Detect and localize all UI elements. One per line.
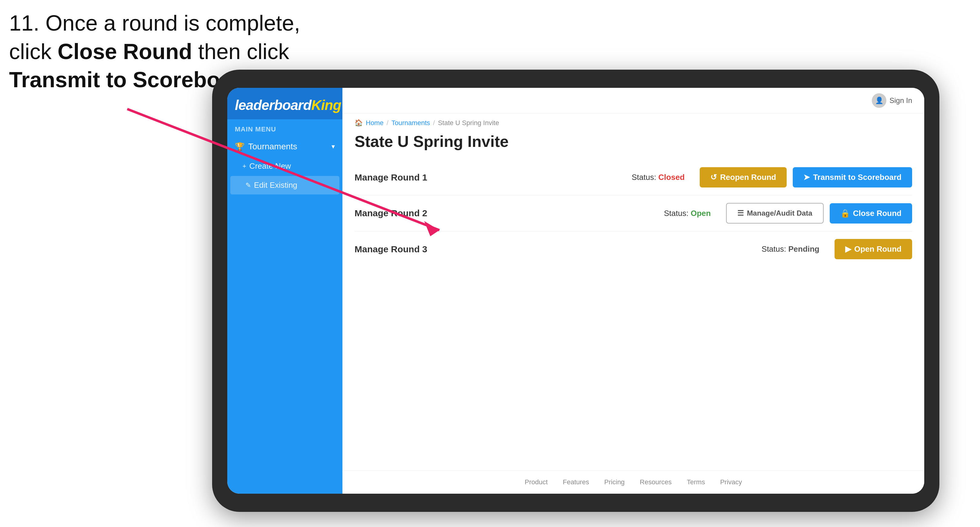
- rounds-area: Manage Round 1 Status: Closed ↺ Reopen R…: [342, 160, 924, 470]
- avatar: 👤: [872, 93, 886, 108]
- chevron-down-icon: ▾: [331, 143, 335, 151]
- round-3-status-value: Pending: [788, 244, 819, 254]
- close-round-button[interactable]: 🔒 Close Round: [830, 203, 912, 224]
- footer-product[interactable]: Product: [525, 478, 547, 486]
- sidebar-tournaments-label: Tournaments: [248, 142, 297, 151]
- logo-area: leaderboardKing: [227, 88, 342, 119]
- round-1-actions: Status: Closed ↺ Reopen Round ➤ Transmit…: [632, 167, 912, 187]
- round-2-status: Status: Open: [664, 209, 711, 218]
- transmit-label: Transmit to Scoreboard: [813, 173, 902, 182]
- edit-icon: ✎: [245, 181, 251, 189]
- trophy-icon: 🏆: [235, 142, 245, 151]
- footer-privacy[interactable]: Privacy: [720, 478, 742, 486]
- reopen-round-button[interactable]: ↺ Reopen Round: [700, 167, 787, 187]
- logo-leaderboard: leaderboard: [235, 97, 311, 113]
- round-1-status: Status: Closed: [632, 173, 684, 182]
- round-2-label: Manage Round 2: [355, 208, 664, 218]
- instruction-line2: click Close Round then click: [9, 38, 300, 66]
- breadcrumb-sep1: /: [387, 119, 388, 127]
- create-new-label: Create New: [250, 162, 291, 171]
- round-3-status: Status: Pending: [762, 244, 819, 254]
- round-2-actions: Status: Open ☰ Manage/Audit Data 🔒 Close…: [664, 203, 912, 224]
- round-row-3: Manage Round 3 Status: Pending ▶ Open Ro…: [355, 231, 912, 267]
- footer-features[interactable]: Features: [563, 478, 589, 486]
- open-round-button[interactable]: ▶ Open Round: [835, 239, 912, 259]
- round-1-status-value: Closed: [659, 173, 685, 182]
- round-1-label: Manage Round 1: [355, 172, 632, 183]
- list-icon: ☰: [737, 209, 744, 217]
- manage-audit-button[interactable]: ☰ Manage/Audit Data: [726, 203, 824, 224]
- reopen-icon: ↺: [710, 173, 717, 182]
- sidebar: leaderboardKing MAIN MENU 🏆 Tournaments …: [227, 88, 342, 494]
- open-round-label: Open Round: [854, 244, 902, 254]
- transmit-icon: ➤: [803, 173, 810, 182]
- sign-in-label: Sign In: [889, 96, 912, 105]
- footer: Product Features Pricing Resources Terms…: [342, 470, 924, 494]
- footer-resources[interactable]: Resources: [640, 478, 671, 486]
- edit-existing-label: Edit Existing: [254, 181, 297, 190]
- round-row-2: Manage Round 2 Status: Open ☰ Manage/Aud…: [355, 195, 912, 231]
- round-2-status-value: Open: [690, 209, 711, 218]
- breadcrumb: 🏠 Home / Tournaments / State U Spring In…: [342, 114, 924, 129]
- reopen-label: Reopen Round: [720, 173, 776, 182]
- sidebar-item-tournaments[interactable]: 🏆 Tournaments ▾: [227, 136, 342, 157]
- plus-icon: +: [242, 162, 247, 170]
- sidebar-item-create-new[interactable]: + Create New: [227, 157, 342, 175]
- breadcrumb-current: State U Spring Invite: [438, 119, 499, 127]
- breadcrumb-home[interactable]: Home: [366, 119, 383, 127]
- round-3-actions: Status: Pending ▶ Open Round: [762, 239, 912, 259]
- footer-terms[interactable]: Terms: [687, 478, 705, 486]
- main-content: 👤 Sign In 🏠 Home / Tournaments / State U…: [342, 88, 924, 494]
- main-menu-label: MAIN MENU: [227, 119, 342, 136]
- instruction-line1: 11. Once a round is complete,: [9, 9, 300, 38]
- close-round-label: Close Round: [853, 209, 902, 218]
- round-3-label: Manage Round 3: [355, 244, 762, 254]
- app-layout: leaderboardKing MAIN MENU 🏆 Tournaments …: [227, 88, 924, 494]
- footer-pricing[interactable]: Pricing: [604, 478, 625, 486]
- home-icon: 🏠: [355, 119, 363, 127]
- play-icon: ▶: [845, 244, 851, 254]
- round-row-1: Manage Round 1 Status: Closed ↺ Reopen R…: [355, 160, 912, 195]
- lock-icon: 🔒: [840, 209, 850, 218]
- manage-audit-label: Manage/Audit Data: [747, 209, 813, 217]
- sidebar-item-edit-existing[interactable]: ✎ Edit Existing: [230, 176, 339, 194]
- logo: leaderboardKing: [235, 97, 335, 113]
- page-title: State U Spring Invite: [342, 129, 924, 160]
- tablet-screen: leaderboardKing MAIN MENU 🏆 Tournaments …: [227, 88, 924, 494]
- breadcrumb-sep2: /: [433, 119, 435, 127]
- transmit-scoreboard-button[interactable]: ➤ Transmit to Scoreboard: [793, 167, 912, 187]
- logo-king: King: [311, 97, 341, 113]
- sign-in-button[interactable]: 👤 Sign In: [872, 93, 912, 108]
- breadcrumb-tournaments[interactable]: Tournaments: [391, 119, 430, 127]
- tablet-device: leaderboardKing MAIN MENU 🏆 Tournaments …: [212, 70, 939, 512]
- top-nav: 👤 Sign In: [342, 88, 924, 114]
